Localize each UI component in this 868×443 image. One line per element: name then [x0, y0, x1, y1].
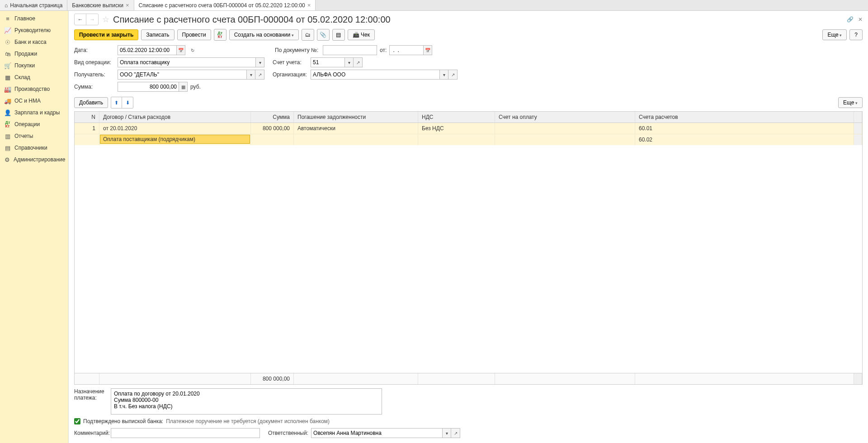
structure-icon[interactable]: 🗂	[302, 29, 314, 41]
doc-num-input[interactable]	[323, 45, 377, 55]
dtkt-button[interactable]: ДтКт	[214, 29, 226, 41]
sidebar-item-operations[interactable]: ДтКтОперации	[0, 118, 68, 130]
dropdown-icon[interactable]: ▾	[442, 428, 451, 438]
sidebar-item-label: Отчеты	[14, 133, 33, 139]
col-accounts[interactable]: Счета расчетов	[635, 112, 854, 123]
coin-icon: ☉	[5, 39, 11, 45]
foot-sum: 800 000,00	[251, 373, 294, 384]
cell-acct2[interactable]: 60.02	[635, 134, 854, 145]
cell-acct1[interactable]: 60.01	[635, 123, 854, 134]
page-title: Списание с расчетного счета 00БП-000004 …	[113, 14, 843, 25]
bag-icon: 🛍	[5, 51, 11, 57]
info-text: Платежное поручение не требуется (докуме…	[166, 418, 330, 424]
open-icon[interactable]: ↗	[448, 70, 458, 80]
col-invoice[interactable]: Счет на оплату	[495, 112, 635, 123]
col-debt[interactable]: Погашение задолженности	[294, 112, 418, 123]
cell-debt2[interactable]	[294, 134, 418, 145]
table-more-button[interactable]: Еще	[838, 97, 863, 108]
from-date-input[interactable]	[389, 45, 423, 55]
col-sum[interactable]: Сумма	[251, 112, 294, 123]
move-down-button[interactable]: ⬇	[122, 97, 133, 108]
calc-icon[interactable]: ▦	[179, 82, 188, 92]
chart-icon: 📈	[5, 27, 11, 33]
sidebar-item-main[interactable]: ≡Главное	[0, 13, 68, 24]
cell-nds[interactable]: Без НДС	[418, 123, 495, 134]
favorite-icon[interactable]: ☆	[102, 14, 109, 24]
tab-document[interactable]: Списание с расчетного счета 00БП-000004 …	[134, 0, 316, 10]
sidebar-item-bank[interactable]: ☉Банк и касса	[0, 36, 68, 48]
sum-input[interactable]	[118, 82, 179, 92]
cell-contract[interactable]: от 20.01.2020	[99, 123, 251, 134]
cell-invoice2[interactable]	[495, 134, 635, 145]
forward-button[interactable]: →	[86, 14, 98, 25]
purpose-textarea[interactable]	[111, 388, 382, 415]
open-icon[interactable]: ↗	[354, 57, 363, 67]
sidebar-item-sales[interactable]: 🛍Продажи	[0, 48, 68, 60]
org-input[interactable]	[311, 70, 439, 80]
expense-edit[interactable]: Оплата поставщикам (подрядчикам)	[100, 135, 250, 144]
dropdown-icon[interactable]: ▾	[344, 57, 354, 67]
confirmed-checkbox[interactable]	[74, 418, 80, 424]
close-icon[interactable]: ×	[126, 2, 129, 9]
sidebar-item-purchases[interactable]: 🛒Покупки	[0, 60, 68, 71]
add-button[interactable]: Добавить	[74, 97, 108, 108]
open-icon[interactable]: ↗	[451, 428, 460, 438]
cell-sum[interactable]: 800 000,00	[251, 123, 294, 134]
col-nds[interactable]: НДС	[418, 112, 495, 123]
calendar-icon[interactable]: 📅	[176, 45, 185, 55]
recipient-label: Получатель:	[74, 71, 115, 78]
op-type-label: Вид операции:	[74, 59, 115, 66]
save-button[interactable]: Записать	[141, 29, 174, 40]
cell-expense[interactable]: Оплата поставщикам (подрядчикам)	[99, 134, 251, 145]
scrollbar[interactable]	[854, 134, 862, 145]
post-close-button[interactable]: Провести и закрыть	[74, 29, 138, 40]
back-button[interactable]: ←	[75, 14, 86, 25]
tab-label: Списание с расчетного счета 00БП-000004 …	[139, 2, 305, 9]
link-icon[interactable]: 🔗	[847, 16, 854, 23]
scrollbar[interactable]	[854, 123, 862, 134]
responsible-input[interactable]	[311, 428, 442, 438]
sidebar-item-production[interactable]: 🏭Производство	[0, 83, 68, 95]
dropdown-icon[interactable]: ▾	[439, 70, 448, 80]
sidebar-item-references[interactable]: ▤Справочники	[0, 142, 68, 154]
sidebar-item-manager[interactable]: 📈Руководителю	[0, 24, 68, 36]
comment-input[interactable]	[111, 428, 260, 438]
post-button[interactable]: Провести	[177, 29, 211, 40]
recipient-input[interactable]	[118, 70, 246, 80]
check-button[interactable]: 📠 Чек	[348, 29, 375, 40]
close-icon[interactable]: ✕	[858, 16, 863, 23]
close-icon[interactable]: ×	[307, 2, 311, 9]
template-icon[interactable]: ▤	[332, 29, 345, 41]
attachment-icon[interactable]: 📎	[317, 29, 330, 41]
col-n[interactable]: N	[75, 112, 99, 123]
cell-debt[interactable]: Автоматически	[294, 123, 418, 134]
cell-sum2[interactable]	[251, 134, 294, 145]
create-based-button[interactable]: Создать на основании	[229, 29, 299, 40]
help-button[interactable]: ?	[849, 29, 863, 40]
tab-bank-statements[interactable]: Банковские выписки ×	[67, 0, 134, 10]
sidebar-item-admin[interactable]: ⚙Администрирование	[0, 154, 68, 165]
sidebar-item-payroll[interactable]: 👤Зарплата и кадры	[0, 107, 68, 118]
sidebar-item-assets[interactable]: 🚚ОС и НМА	[0, 95, 68, 107]
table-row[interactable]: 1 от 20.01.2020 800 000,00 Автоматически…	[75, 123, 862, 134]
sidebar-item-label: Руководителю	[14, 27, 51, 33]
sidebar-item-reports[interactable]: ▥Отчеты	[0, 130, 68, 142]
cell-nds2[interactable]	[418, 134, 495, 145]
dropdown-icon[interactable]: ▾	[246, 70, 255, 80]
refresh-icon[interactable]: ↻	[188, 45, 197, 55]
calendar-icon[interactable]: 📅	[423, 45, 432, 55]
op-type-input[interactable]	[118, 57, 255, 67]
dropdown-icon[interactable]: ▾	[255, 57, 264, 67]
col-contract[interactable]: Договор / Статья расходов	[99, 112, 251, 123]
table-row[interactable]: Оплата поставщикам (подрядчикам) 60.02	[75, 134, 862, 145]
more-button[interactable]: Еще	[822, 29, 847, 40]
open-icon[interactable]: ↗	[255, 70, 264, 80]
tab-home[interactable]: ⌂ Начальная страница	[0, 0, 67, 10]
account-input[interactable]	[311, 57, 344, 67]
foot-contract	[99, 373, 251, 384]
cell-invoice[interactable]	[495, 123, 635, 134]
move-up-button[interactable]: ⬆	[111, 97, 122, 108]
org-label: Организация:	[273, 71, 308, 78]
sidebar-item-warehouse[interactable]: ▦Склад	[0, 71, 68, 83]
date-input[interactable]	[118, 45, 176, 55]
